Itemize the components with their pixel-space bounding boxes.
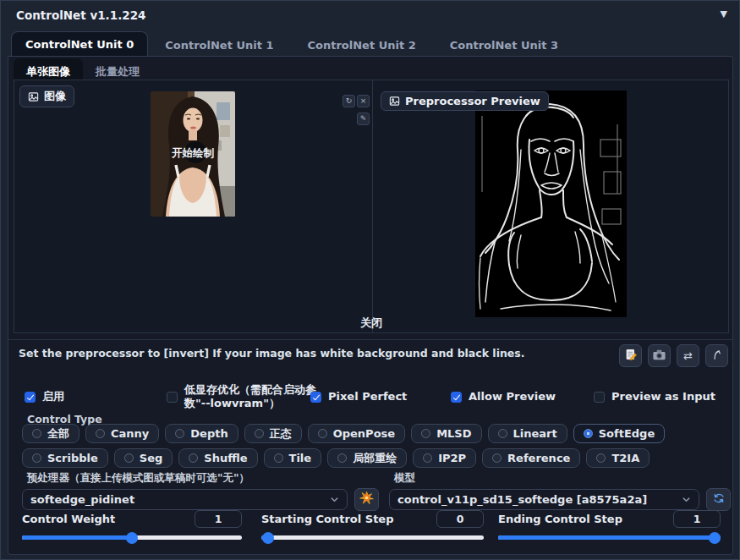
radio-icon bbox=[337, 453, 347, 463]
model-dropdown[interactable]: control_v11p_sd15_softedge [a8575a2a] bbox=[389, 489, 699, 510]
starting-step-input[interactable] bbox=[436, 510, 484, 528]
tab-controlnet-unit-3[interactable]: ControlNet Unit 3 bbox=[433, 33, 575, 58]
reset-image-button[interactable]: ↻ bbox=[343, 95, 355, 107]
control-weight-input[interactable] bbox=[195, 510, 242, 528]
control-type-tile[interactable]: Tile bbox=[264, 448, 322, 468]
radio-icon bbox=[175, 429, 184, 438]
preprocessor-preview-pane: Preprocessor Preview bbox=[372, 80, 730, 332]
collapse-arrow-icon[interactable]: ▼ bbox=[721, 8, 727, 19]
model-label: 模型 bbox=[389, 471, 731, 486]
pencil-icon: ✎ bbox=[360, 114, 367, 123]
preview-image-icon bbox=[389, 96, 400, 107]
image-label-chip: 图像 bbox=[19, 85, 74, 107]
swap-images-button[interactable]: ⇄ bbox=[677, 344, 699, 367]
control-type-inpaint[interactable]: 局部重绘 bbox=[327, 448, 407, 468]
image-label: 图像 bbox=[44, 89, 66, 104]
control-type-all[interactable]: 全部 bbox=[22, 424, 79, 443]
control-weight-group: Control Weight bbox=[22, 510, 242, 540]
preview-as-input-checkbox[interactable]: Preview as Input bbox=[594, 390, 715, 404]
radio-icon bbox=[274, 453, 283, 463]
control-type-seg[interactable]: Seg bbox=[114, 448, 173, 468]
radio-icon bbox=[189, 453, 198, 463]
pixel-perfect-checkbox[interactable]: Pixel Perfect bbox=[310, 390, 407, 404]
unit-panel: 单张图像 批量处理 图像 bbox=[8, 56, 733, 555]
image-icon bbox=[28, 91, 39, 102]
control-weight-slider[interactable] bbox=[22, 535, 242, 540]
refresh-icon bbox=[712, 491, 726, 508]
slider-thumb[interactable] bbox=[262, 532, 274, 544]
checkbox-checked bbox=[25, 392, 36, 403]
overlay-text: 开始绘制 bbox=[171, 146, 215, 159]
clear-image-button[interactable]: × bbox=[357, 95, 370, 107]
starting-step-slider[interactable] bbox=[261, 535, 484, 540]
preprocessor-label: 预处理器（直接上传模式图或草稿时可选"无"） bbox=[22, 471, 379, 486]
allow-preview-checkbox[interactable]: Allow Preview bbox=[451, 390, 556, 404]
checkbox-checked bbox=[451, 392, 462, 403]
control-type-scribble[interactable]: Scribble bbox=[22, 448, 108, 468]
tab-controlnet-unit-1[interactable]: ControlNet Unit 1 bbox=[148, 33, 290, 58]
controlnet-extension: ControlNet v1.1.224 ▼ ControlNet Unit 0 … bbox=[0, 0, 740, 560]
preprocessor-dropdown[interactable]: softedge_pidinet bbox=[22, 489, 348, 510]
ending-step-group: Ending Control Step bbox=[498, 510, 721, 540]
preprocessor-field: 预处理器（直接上传模式图或草稿时可选"无"） softedge_pidinet bbox=[22, 471, 379, 511]
edit-image-button[interactable]: ✎ bbox=[357, 113, 370, 125]
ending-step-label: Ending Control Step bbox=[498, 513, 622, 525]
control-type-normal[interactable]: 正态 bbox=[244, 424, 302, 443]
memo-pencil-icon bbox=[624, 348, 638, 364]
input-image-pane[interactable]: 图像 bbox=[14, 80, 372, 332]
pixel-perfect-label: Pixel Perfect bbox=[328, 390, 407, 404]
control-type-canny[interactable]: Canny bbox=[85, 424, 159, 443]
pill-label: OpenPose bbox=[333, 427, 395, 440]
send-dimensions-button[interactable] bbox=[705, 344, 728, 367]
note-row: Set the preprocessor to [invert] If your… bbox=[8, 339, 732, 376]
control-type-shuffle[interactable]: Shuffle bbox=[178, 448, 257, 468]
control-type-depth[interactable]: Depth bbox=[165, 424, 238, 443]
extension-title: ControlNet v1.1.224 bbox=[16, 8, 145, 22]
checkbox-unchecked bbox=[594, 392, 605, 403]
preview-image[interactable] bbox=[475, 91, 627, 317]
slider-thumb[interactable] bbox=[126, 532, 138, 544]
pill-label: Tile bbox=[289, 452, 312, 464]
slider-fill bbox=[22, 535, 132, 540]
control-type-ip2p[interactable]: IP2P bbox=[413, 448, 476, 468]
ending-step-slider[interactable] bbox=[498, 535, 721, 540]
camera-button[interactable] bbox=[648, 344, 671, 367]
uploaded-image[interactable]: 开始绘制 bbox=[151, 91, 235, 217]
radio-icon bbox=[421, 429, 430, 438]
radio-icon bbox=[423, 453, 432, 463]
control-type-reference[interactable]: Reference bbox=[482, 448, 580, 468]
tab-controlnet-unit-2[interactable]: ControlNet Unit 2 bbox=[290, 33, 432, 58]
radio-icon bbox=[32, 453, 41, 463]
boom-icon bbox=[359, 491, 374, 508]
lowvram-checkbox[interactable]: 低显存优化（需配合启动参数"--lowvram"） bbox=[167, 383, 330, 411]
refresh-models-button[interactable] bbox=[706, 488, 731, 511]
pill-label: Reference bbox=[507, 452, 570, 464]
ending-step-input[interactable] bbox=[673, 510, 721, 528]
model-value: control_v11p_sd15_softedge [a8575a2a] bbox=[397, 493, 682, 506]
control-type-options: 全部 Canny Depth 正态 OpenPose MLSD Lineart … bbox=[22, 424, 722, 468]
titlebar: ControlNet v1.1.224 ▼ bbox=[1, 1, 739, 29]
control-type-softedge[interactable]: SoftEdge bbox=[573, 424, 665, 443]
unit-tabs: ControlNet Unit 0 ControlNet Unit 1 Cont… bbox=[11, 31, 575, 58]
slider-thumb[interactable] bbox=[709, 532, 721, 544]
enable-checkbox[interactable]: 启用 bbox=[25, 390, 64, 404]
radio-icon bbox=[318, 429, 327, 438]
control-weight-label: Control Weight bbox=[22, 513, 115, 525]
preview-label-chip: Preprocessor Preview bbox=[381, 91, 549, 111]
close-preview-button[interactable]: 关闭 bbox=[14, 316, 728, 331]
control-type-t2ia[interactable]: T2IA bbox=[586, 448, 650, 468]
control-type-openpose[interactable]: OpenPose bbox=[308, 424, 405, 443]
tab-controlnet-unit-0[interactable]: ControlNet Unit 0 bbox=[11, 31, 148, 58]
arrow-up-icon bbox=[711, 349, 723, 363]
edit-note-button[interactable] bbox=[619, 344, 642, 367]
starting-step-group: Starting Control Step bbox=[261, 510, 484, 540]
radio-selected-icon bbox=[584, 429, 593, 438]
control-type-lineart[interactable]: Lineart bbox=[488, 424, 567, 443]
pill-label: Shuffle bbox=[204, 452, 247, 464]
radio-icon bbox=[124, 453, 134, 463]
checkbox-checked bbox=[310, 392, 321, 403]
pill-label: Seg bbox=[140, 452, 163, 464]
run-preprocessor-button[interactable] bbox=[354, 488, 379, 511]
chevron-down-icon bbox=[682, 491, 691, 508]
control-type-mlsd[interactable]: MLSD bbox=[411, 424, 481, 443]
